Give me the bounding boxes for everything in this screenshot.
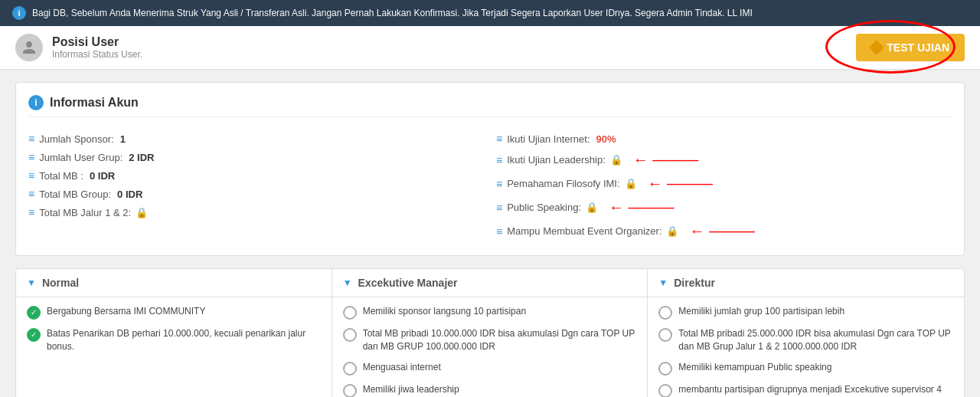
ujianinternet-label: Ikuti Ujian Internet:	[507, 133, 590, 145]
lock-icon: 🔒	[136, 207, 148, 218]
info-row-jalur: ≡ Total MB Jalur 1 & 2: 🔒	[28, 203, 484, 221]
item-text: Menguasai internet	[363, 361, 441, 374]
list-icon: ≡	[496, 178, 502, 190]
posisi-card-direktur: ▼ Direktur Memiliki jumlah grup 100 part…	[648, 269, 964, 397]
arrow-annotation: ← ———	[633, 151, 699, 169]
posisi-direktur-body: Memiliki jumlah grup 100 partisipan lebi…	[648, 297, 964, 397]
page-title: Posisi User	[52, 35, 142, 49]
info-akun-card: i Informasi Akun ≡ Jumlah Sponsor: 1 ≡ J…	[15, 82, 965, 256]
list-item: Memiliki jiwa leadership	[343, 383, 637, 397]
posisi-card-exec: ▼ Excekutive Manajer Memiliki sponsor la…	[332, 269, 648, 397]
chevron-down-icon: ▼	[27, 277, 36, 288]
main-content: i Informasi Akun ≡ Jumlah Sponsor: 1 ≡ J…	[0, 70, 980, 397]
chevron-down-icon: ▼	[343, 277, 352, 288]
radio-circle	[343, 384, 357, 397]
info-row-sponsor: ≡ Jumlah Sponsor: 1	[28, 130, 484, 148]
list-icon: ≡	[496, 225, 502, 238]
list-icon: ≡	[496, 154, 502, 166]
info-grid: ≡ Jumlah Sponsor: 1 ≡ Jumlah User Grup: …	[28, 130, 952, 243]
info-row-filosofy: ≡ Pemahaman Filosofy IMI: 🔒 ← ———	[496, 172, 952, 195]
info-row-totalmb: ≡ Total MB : 0 IDR	[28, 166, 484, 185]
arrow-annotation3: ← ———	[609, 198, 675, 216]
list-icon: ≡	[28, 169, 34, 182]
check-circle-filled: ✓	[27, 306, 41, 320]
test-ujian-button[interactable]: TEST UJIAN	[856, 34, 965, 61]
posisi-exec-title: Excekutive Manajer	[358, 277, 458, 289]
info-icon: i	[12, 6, 26, 20]
radio-circle	[658, 384, 672, 397]
info-row-ujianlead: ≡ Ikuti Ujian Leadership: 🔒 ← ———	[496, 148, 952, 172]
info-akun-title: i Informasi Akun	[28, 95, 952, 117]
eventorg-label: Mampu Membuat Event Organizer:	[507, 225, 662, 237]
list-item: Memiliki jumlah grup 100 partisipan lebi…	[658, 305, 953, 320]
radio-circle	[658, 306, 672, 320]
jalur-label: Total MB Jalur 1 & 2:	[39, 207, 131, 218]
lock-icon: 🔒	[610, 154, 622, 166]
list-icon: ≡	[28, 133, 34, 145]
info-circle-icon: i	[28, 95, 44, 110]
item-text: Memiliki sponsor langsung 10 partisipan	[363, 305, 526, 318]
list-item: membantu partisipan digrupnya menjadi Ex…	[658, 383, 953, 397]
posisi-card-normal: ▼ Normal ✓ Bergabung Bersama IMI COMMUNI…	[16, 269, 332, 397]
lock-icon: 🔒	[666, 225, 678, 237]
item-text: Bergabung Bersama IMI COMMUNITY	[47, 305, 205, 318]
info-row-totalmbgrp: ≡ Total MB Group: 0 IDR	[28, 185, 484, 203]
sponsor-value: 1	[120, 133, 126, 145]
radio-circle	[658, 362, 672, 376]
totalmbgrp-label: Total MB Group:	[39, 189, 111, 200]
totalmbgrp-value: 0 IDR	[117, 189, 142, 200]
lock-icon: 🔒	[625, 178, 637, 189]
test-ujian-label: TEST UJIAN	[887, 41, 949, 54]
page-subtitle: Informasi Status User.	[52, 49, 142, 60]
check-circle-filled: ✓	[27, 328, 41, 342]
lock-icon: 🔒	[586, 202, 598, 213]
info-akun-label: Informasi Akun	[50, 96, 139, 110]
posisi-grid: ▼ Normal ✓ Bergabung Bersama IMI COMMUNI…	[15, 268, 965, 397]
usergrp-value: 2 IDR	[129, 152, 154, 163]
diamond-icon	[869, 40, 884, 55]
posisi-normal-body: ✓ Bergabung Bersama IMI COMMUNITY ✓ Bata…	[16, 297, 332, 361]
list-icon: ≡	[496, 202, 502, 214]
item-text: Total MB pribadi 25.000.000 IDR bisa aku…	[678, 327, 953, 353]
item-text: Memiliki kemampuan Public speaking	[678, 361, 831, 374]
avatar	[15, 34, 43, 61]
item-text: Memiliki jumlah grup 100 partisipan lebi…	[678, 305, 844, 318]
info-left-col: ≡ Jumlah Sponsor: 1 ≡ Jumlah User Grup: …	[28, 130, 484, 243]
posisi-direktur-header: ▼ Direktur	[648, 269, 964, 297]
page-header: Posisi User Informasi Status User. TEST …	[0, 26, 980, 70]
ujianlead-label: Ikuti Ujian Leadership:	[507, 154, 606, 166]
list-item: ✓ Batas Penarikan DB perhari 10.000.000,…	[27, 327, 321, 353]
item-text: Batas Penarikan DB perhari 10.000.000, k…	[47, 327, 321, 353]
list-item: Menguasai internet	[343, 361, 637, 376]
totalmb-label: Total MB :	[39, 170, 83, 182]
totalmb-value: 0 IDR	[90, 170, 115, 182]
header-text: Posisi User Informasi Status User.	[52, 35, 142, 60]
usergrp-label: Jumlah User Grup:	[39, 152, 122, 163]
posisi-normal-header: ▼ Normal	[16, 269, 332, 297]
item-text: membantu partisipan digrupnya menjadi Ex…	[678, 383, 953, 397]
filosofy-label: Pemahaman Filosofy IMI:	[507, 178, 619, 189]
sponsor-label: Jumlah Sponsor:	[39, 133, 114, 145]
ujianinternet-value: 90%	[596, 133, 616, 145]
list-icon: ≡	[28, 206, 34, 218]
speaking-label: Public Speaking:	[507, 202, 581, 213]
arrow-annotation4: ← ———	[689, 222, 755, 240]
chevron-down-icon: ▼	[658, 277, 668, 288]
item-text: Total MB pribadi 10.000.000 IDR bisa aku…	[363, 327, 637, 353]
list-item: Memiliki kemampuan Public speaking	[658, 361, 953, 376]
warning-text: Bagi DB, Sebelum Anda Menerima Struk Yan…	[32, 8, 753, 18]
list-icon: ≡	[28, 188, 34, 200]
list-icon: ≡	[496, 133, 502, 145]
info-row-ujianinternet: ≡ Ikuti Ujian Internet: 90%	[496, 130, 952, 148]
posisi-exec-body: Memiliki sponsor langsung 10 partisipan …	[332, 297, 648, 397]
radio-circle	[343, 306, 357, 320]
list-item: Memiliki sponsor langsung 10 partisipan	[343, 305, 637, 320]
radio-circle	[658, 328, 672, 342]
list-item: Total MB pribadi 25.000.000 IDR bisa aku…	[658, 327, 953, 353]
radio-circle	[343, 328, 357, 342]
posisi-normal-title: Normal	[42, 277, 79, 289]
posisi-exec-header: ▼ Excekutive Manajer	[332, 269, 648, 297]
list-item: Total MB pribadi 10.000.000 IDR bisa aku…	[343, 327, 637, 353]
header-left: Posisi User Informasi Status User.	[15, 34, 142, 61]
item-text: Memiliki jiwa leadership	[363, 383, 459, 396]
